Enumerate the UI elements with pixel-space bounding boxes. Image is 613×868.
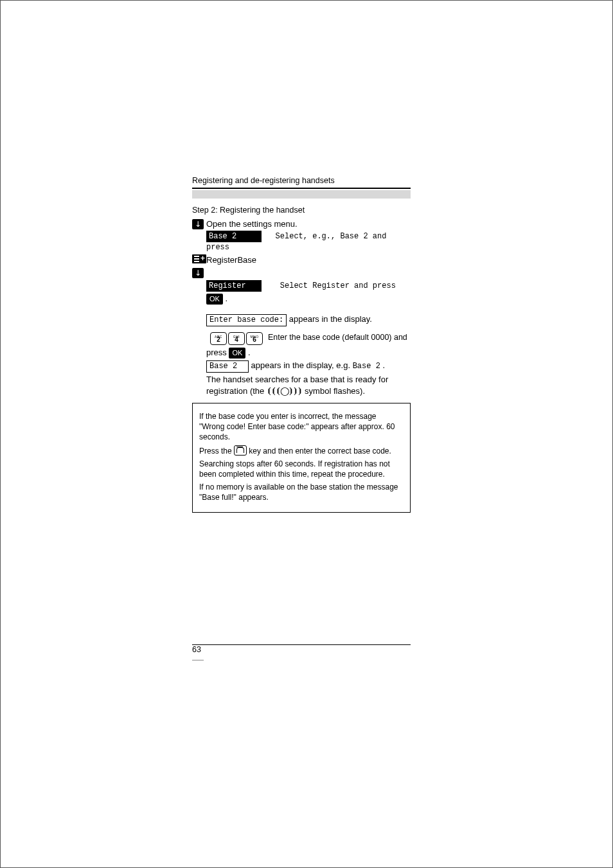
info-p2: Press the key and then enter the correct… <box>199 445 404 456</box>
txt-appears-1: appears in the display. <box>287 314 372 324</box>
step-searching: The handset searches for a base that is … <box>192 374 411 396</box>
key-4[interactable]: GHI4 <box>228 332 245 345</box>
step-heading: Step 2: Registering the handset <box>192 205 411 216</box>
txt-appears-eg: appears in the display, e.g. <box>249 360 353 370</box>
step-prompt: Enter base code: appears in the display. <box>192 314 411 326</box>
txt-searching-1: The handset searches for a base that is … <box>206 375 388 384</box>
base2-box: Base 2 <box>206 360 249 373</box>
enter-base-code-box: Enter base code: <box>206 314 287 326</box>
side-rule <box>192 660 204 660</box>
step-press-ok: press OK . <box>192 347 411 359</box>
step-down-arrow: ↓ <box>192 267 411 279</box>
spacer <box>192 306 411 312</box>
txt-searching-2a: registration (the <box>206 386 267 396</box>
txt-select-prefix-2: Select <box>280 281 312 290</box>
key-row: ABC2 GHI4 MNO6 Enter the base code (defa… <box>210 332 411 345</box>
ok-pill-1: OK <box>206 294 223 305</box>
footer-rule <box>192 644 411 645</box>
content-column: Registering and de-registering handsets … <box>192 175 411 513</box>
txt-enter-code: Enter the base code (default 0000) and <box>268 332 407 345</box>
step-select-register: Register Select Register and press <box>192 280 411 292</box>
down-arrow-icon: ↓ <box>192 219 204 229</box>
text-open-settings: Open the settings menu. <box>206 218 411 230</box>
txt-press: press <box>206 348 229 357</box>
txt-searching-2b: symbol flashes). <box>303 386 366 396</box>
step-ok-1: OK . <box>192 293 411 305</box>
page: Registering and de-registering handsets … <box>0 0 613 868</box>
page-number: 63 <box>192 644 201 655</box>
spacer <box>192 328 411 330</box>
rule-grey <box>192 190 411 199</box>
step-base2-box: Base 2 appears in the display, e.g. Base… <box>192 360 411 373</box>
info-p1: If the base code you enter is incorrect,… <box>199 411 404 443</box>
txt-registerbase: RegisterBase <box>206 254 411 266</box>
list-add-icon <box>192 254 206 263</box>
step-open-settings: ↓ Open the settings menu. <box>192 218 411 230</box>
base2-pill: Base 2 <box>206 231 262 242</box>
txt-and-press-2: and press <box>350 281 396 290</box>
rule-thick <box>192 188 411 189</box>
step-registerbase: RegisterBase <box>192 254 411 267</box>
txt-register-code: Register <box>312 281 350 290</box>
info-p3: Searching stops after 60 seconds. If reg… <box>199 459 404 479</box>
section-title: Registering and de-registering handsets <box>192 175 411 186</box>
handset-key-icon[interactable] <box>234 445 247 456</box>
step-select-base: Base 2 Select, e.g., Base 2 and press <box>192 231 411 252</box>
txt-base2-code: Base 2 <box>340 232 368 241</box>
key-6[interactable]: MNO6 <box>246 332 263 345</box>
down-arrow-icon-2: ↓ <box>192 268 204 278</box>
txt-select-prefix: Select, e.g., <box>276 232 341 241</box>
heading-block: Registering and de-registering handsets <box>192 175 411 199</box>
info-box: If the base code you enter is incorrect,… <box>192 403 411 513</box>
register-pill: Register <box>206 280 262 292</box>
info-p4: If no memory is available on the base st… <box>199 482 404 502</box>
ok-pill-2: OK <box>229 348 245 359</box>
key-2[interactable]: ABC2 <box>210 332 227 345</box>
sound-waves-icon: ⦗⦗⦗◯⦘⦘⦘ <box>267 386 303 396</box>
txt-base2-code-2: Base 2 <box>353 362 380 371</box>
